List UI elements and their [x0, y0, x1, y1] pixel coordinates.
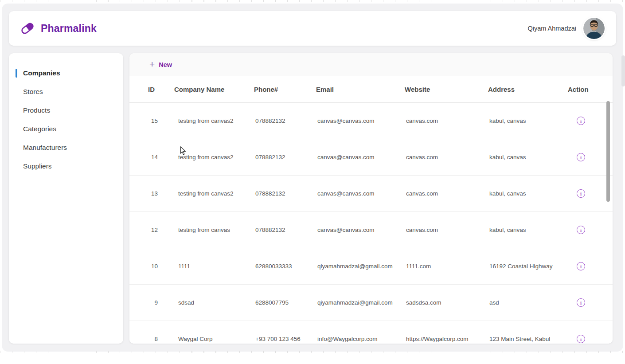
column-header-email: Email [310, 86, 399, 93]
cell-phone: 6288007795 [248, 299, 310, 306]
table-toolbar: + New [129, 53, 613, 76]
column-header-action: Action [562, 86, 613, 93]
cell-action: i [562, 262, 613, 270]
table-body: 15 testing from canvas2 078882132 canvas… [129, 103, 613, 344]
cell-action: i [562, 335, 613, 343]
cell-website: canvas.com [399, 227, 482, 233]
cell-email: canvas@canvas.com [310, 227, 399, 233]
cell-email: qiyamahmadzai@gmail.com [310, 263, 399, 270]
cell-action: i [562, 117, 613, 125]
cell-id: 13 [129, 190, 168, 197]
sidebar-item-categories[interactable]: Categories [9, 120, 123, 138]
company-table-row: 12 testing from canvas 078882132 canvas@… [129, 212, 613, 248]
cell-website: https://Waygalcorp.com [399, 336, 482, 342]
cell-id: 12 [129, 227, 168, 233]
sidebar-item-label: Categories [23, 125, 56, 133]
cell-address: kabul, canvas [482, 117, 562, 124]
cell-action: i [562, 153, 613, 161]
info-icon[interactable]: i [577, 335, 585, 343]
cell-website: canvas.com [399, 190, 482, 197]
sidebar-item-manufacturers[interactable]: Manufacturers [9, 138, 123, 157]
cell-company-name: testing from canvas2 [168, 117, 248, 124]
table-header-row: ID Company Name Phone# Email Website Add… [129, 76, 613, 103]
sidebar-item-suppliers[interactable]: Suppliers [9, 157, 123, 176]
sidebar-item-label: Companies [23, 69, 60, 77]
cell-email: qiyamahmadzai@gmail.com [310, 299, 399, 306]
column-header-id: ID [129, 86, 168, 93]
info-icon[interactable]: i [577, 298, 585, 307]
cell-company-name: 1111 [168, 263, 248, 270]
new-button-label: New [159, 61, 172, 68]
cell-email: canvas@canvas.com [310, 154, 399, 160]
company-table-row: 10 1111 62880033333 qiyamahmadzai@gmail.… [129, 248, 613, 285]
cell-email: canvas@canvas.com [310, 117, 399, 124]
cell-address: kabul, canvas [482, 227, 562, 233]
info-icon[interactable]: i [577, 117, 585, 125]
cell-phone: 078882132 [248, 190, 310, 197]
company-table-row: 9 sdsad 6288007795 qiyamahmadzai@gmail.c… [129, 285, 613, 321]
cell-id: 14 [129, 154, 168, 160]
column-header-address: Address [482, 86, 562, 93]
column-header-company-name: Company Name [168, 86, 248, 93]
app-header: Pharmalink Qiyam Ahmadzai [9, 11, 616, 46]
header-user-area: Qiyam Ahmadzai [527, 18, 605, 39]
cell-phone: +93 700 123 456 [248, 336, 310, 342]
cell-website: sadsdsa.com [399, 299, 482, 306]
cell-company-name: testing from canvas2 [168, 190, 248, 197]
column-header-website: Website [399, 86, 482, 93]
user-name: Qiyam Ahmadzai [527, 25, 576, 32]
sidebar-item-products[interactable]: Products [9, 101, 123, 120]
cell-company-name: Waygal Corp [168, 336, 248, 342]
info-icon[interactable]: i [577, 189, 585, 198]
company-table-row: 15 testing from canvas2 078882132 canvas… [129, 103, 613, 139]
cell-website: canvas.com [399, 154, 482, 160]
cell-action: i [562, 189, 613, 198]
company-table-row: 8 Waygal Corp +93 700 123 456 info@Wayga… [129, 321, 613, 344]
bottom-tick-ruler [0, 351, 625, 353]
cell-email: canvas@canvas.com [310, 190, 399, 197]
info-icon[interactable]: i [577, 153, 585, 161]
sidebar-item-label: Manufacturers [23, 144, 67, 152]
cell-action: i [562, 298, 613, 307]
column-header-phone: Phone# [248, 86, 310, 93]
plus-icon: + [149, 59, 155, 69]
top-tick-ruler [0, 0, 625, 2]
cell-id: 15 [129, 117, 168, 124]
cell-company-name: testing from canvas2 [168, 154, 248, 160]
cell-address: 123 Main Street, Kabul [482, 336, 562, 342]
cell-address: asd [482, 299, 562, 306]
cell-company-name: sdsad [168, 299, 248, 306]
cell-phone: 078882132 [248, 117, 310, 124]
pill-capsule-icon [20, 21, 35, 35]
sidebar-nav: Companies Stores Products Categories Man… [9, 53, 123, 344]
cell-address: kabul, canvas [482, 190, 562, 197]
cell-id: 9 [129, 299, 168, 306]
info-icon[interactable]: i [577, 262, 585, 270]
sidebar-item-label: Products [23, 106, 50, 114]
page-scrollbar-thumb[interactable] [621, 55, 625, 86]
cell-id: 8 [129, 336, 168, 342]
active-indicator-bar [16, 69, 17, 78]
brand: Pharmalink [20, 21, 97, 35]
cell-company-name: testing from canvas [168, 227, 248, 233]
cell-website: 1111.com [399, 263, 482, 270]
cell-address: 16192 Coastal Highway [482, 263, 562, 270]
sidebar-item-companies[interactable]: Companies [9, 64, 123, 82]
cell-website: canvas.com [399, 117, 482, 124]
cell-phone: 078882132 [248, 154, 310, 160]
sidebar-item-label: Stores [23, 88, 43, 96]
cell-address: kabul, canvas [482, 154, 562, 160]
cell-email: info@Waygalcorp.com [310, 336, 399, 342]
cell-phone: 62880033333 [248, 263, 310, 270]
info-icon[interactable]: i [577, 226, 585, 234]
sidebar-item-stores[interactable]: Stores [9, 82, 123, 101]
brand-title: Pharmalink [41, 23, 97, 35]
company-table-row: 14 testing from canvas2 078882132 canvas… [129, 139, 613, 176]
cell-action: i [562, 226, 613, 234]
table-scrollbar-thumb[interactable] [606, 101, 610, 202]
user-avatar[interactable] [583, 18, 605, 39]
companies-panel: + New ID Company Name Phone# Email Websi… [129, 53, 613, 344]
cell-id: 10 [129, 263, 168, 270]
new-company-button[interactable]: + New [149, 60, 172, 69]
sidebar-item-label: Suppliers [23, 162, 52, 170]
